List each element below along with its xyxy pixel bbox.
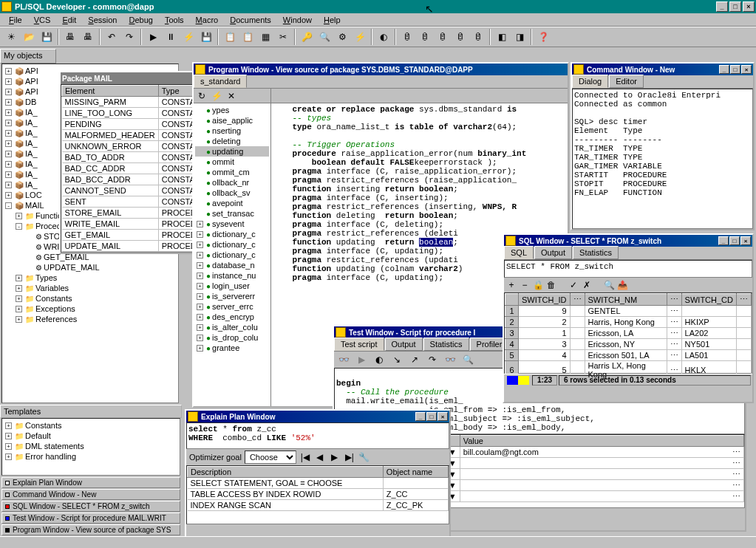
menu-macro[interactable]: Macro — [190, 14, 225, 26]
template-item[interactable]: +📁Default — [4, 431, 178, 441]
tree-item[interactable]: +📁Types — [4, 273, 177, 283]
tab-output[interactable]: Output — [385, 338, 423, 351]
member-item[interactable]: +●database_n — [195, 260, 269, 270]
maximize-icon[interactable]: □ — [730, 65, 740, 74]
member-item[interactable]: ●ommit_cm — [195, 167, 269, 177]
task-button[interactable]: Program Window - View source of package … — [1, 524, 180, 535]
maximize-icon[interactable]: □ — [426, 412, 437, 421]
test-glasses-icon[interactable]: 👓 — [442, 352, 458, 368]
member-item[interactable]: +●is_alter_colu — [195, 322, 269, 332]
help-button[interactable]: ❓ — [535, 29, 551, 45]
p2-button[interactable]: ◨ — [511, 29, 528, 45]
program-member-tree[interactable]: ●ypes●aise_applic●nserting●deleting●upda… — [194, 103, 270, 406]
templates-tree[interactable]: +📁Constants+📁Default+📁DML statements+📁Er… — [1, 418, 180, 476]
tree-bolt-icon[interactable]: ⚡ — [211, 90, 222, 102]
tree-item[interactable]: +📁Variables — [4, 283, 177, 293]
copy-button[interactable]: 📋 — [222, 29, 238, 45]
db4-button[interactable]: 🛢 — [452, 29, 469, 45]
last-icon[interactable]: ▶| — [344, 451, 355, 463]
member-item[interactable]: ●ommit — [195, 157, 269, 167]
sql-plus-icon[interactable]: + — [505, 279, 517, 291]
command-output[interactable]: Connected to Oracle8i Enterpri Connected… — [572, 89, 753, 229]
db2-button[interactable]: 🛢 — [417, 29, 433, 45]
menu-debug[interactable]: Debug — [123, 14, 158, 26]
task-button[interactable]: SQL Window - SELECT * FROM z_switch — [1, 501, 180, 512]
close-icon[interactable]: × — [741, 65, 752, 74]
db3-button[interactable]: 🛢 — [435, 29, 451, 45]
close-icon[interactable]: × — [740, 236, 751, 245]
template-item[interactable]: +📁Constants — [4, 420, 178, 431]
tab-output[interactable]: Output — [534, 246, 572, 259]
task-button[interactable]: Test Window - Script for procedure MAIL.… — [1, 513, 180, 524]
prev-icon[interactable]: ◀ — [314, 451, 326, 463]
minimize-icon[interactable]: _ — [719, 65, 729, 74]
first-icon[interactable]: |◀ — [299, 451, 311, 463]
template-item[interactable]: +📁DML statements — [4, 441, 178, 451]
member-item[interactable]: ●ollback_sv — [195, 188, 269, 198]
bolt-button[interactable]: ⚡ — [352, 29, 368, 45]
member-item[interactable]: +●server_errc — [195, 301, 269, 312]
menu-file[interactable]: File — [3, 14, 28, 26]
tree-item[interactable]: +📁References — [4, 314, 177, 324]
redo-button[interactable]: ↷ — [121, 29, 137, 45]
member-item[interactable]: ●updating — [195, 146, 269, 157]
member-item[interactable]: +●dictionary_c — [195, 229, 269, 239]
template-item[interactable]: +📁Error handling — [4, 451, 178, 462]
sql-minus-icon[interactable]: − — [519, 279, 531, 291]
menu-edit[interactable]: Edit — [56, 14, 82, 26]
minimize-button[interactable]: _ — [716, 1, 728, 12]
test-step-icon[interactable]: ◐ — [371, 352, 387, 368]
close-button[interactable]: × — [743, 1, 755, 12]
find-button[interactable]: 🔍 — [316, 29, 333, 45]
step-button[interactable]: ◐ — [375, 29, 392, 45]
member-item[interactable]: +●dictionary_c — [195, 250, 269, 260]
tree-item[interactable]: +📁Exceptions — [4, 304, 177, 314]
task-button[interactable]: Explain Plan Window — [1, 477, 180, 488]
member-item[interactable]: +●grantee — [195, 343, 269, 353]
tree-refresh-icon[interactable]: ↻ — [196, 90, 208, 102]
tab-test-script[interactable]: Test script — [334, 338, 384, 351]
tab-dialog[interactable]: Dialog — [572, 75, 608, 88]
sql-trash-icon[interactable]: 🗑 — [545, 279, 557, 291]
member-item[interactable]: ●ypes — [195, 105, 269, 115]
member-item[interactable]: ●nserting — [195, 126, 269, 136]
print2-button[interactable]: 🖶 — [80, 29, 96, 45]
commit-button[interactable]: 💾 — [198, 29, 214, 45]
member-item[interactable]: ●ollback_nr — [195, 177, 269, 188]
window-button[interactable]: ▦ — [257, 29, 273, 45]
undo-button[interactable]: ↶ — [103, 29, 120, 45]
tab-statistics[interactable]: Statistics — [423, 338, 469, 351]
key-button[interactable]: 🔑 — [299, 29, 315, 45]
task-button[interactable]: Command Window - New — [1, 489, 180, 500]
sql-result-grid[interactable]: SWITCH_ID⋯SWITCH_NM⋯SWITCH_CD⋯19GENTEL⋯2… — [504, 292, 752, 374]
test-into-icon[interactable]: ↘ — [389, 352, 405, 368]
new-button[interactable]: ☀ — [3, 29, 19, 45]
print-button[interactable]: 🖶 — [62, 29, 78, 45]
maximize-icon[interactable]: □ — [729, 236, 740, 245]
member-item[interactable]: +●instance_nu — [195, 270, 269, 281]
test-over-icon[interactable]: ↷ — [424, 352, 440, 368]
optimizer-goal-select[interactable]: Choose — [245, 451, 296, 464]
program-tab[interactable]: s_standard — [194, 75, 247, 88]
tree-x-icon[interactable]: ✕ — [225, 90, 237, 102]
p1-button[interactable]: ◧ — [494, 29, 510, 45]
execute-button[interactable]: ▶ — [145, 29, 161, 45]
tab-statistics[interactable]: Statistics — [573, 246, 619, 259]
member-item[interactable]: +●dictionary_c — [195, 239, 269, 250]
menu-help[interactable]: Help — [318, 14, 347, 26]
tree-item[interactable]: ⚙UPDATE_MAIL — [4, 262, 177, 273]
menu-window[interactable]: Window — [277, 14, 318, 26]
member-item[interactable]: ●avepoint — [195, 198, 269, 208]
sql-lock-icon[interactable]: 🔒 — [532, 279, 544, 291]
test-out-icon[interactable]: ↗ — [406, 352, 423, 368]
tab-sql[interactable]: SQL — [504, 246, 534, 259]
debug-button[interactable]: ⚡ — [180, 29, 197, 45]
member-item[interactable]: +●is_servererr — [195, 291, 269, 301]
wrench-icon[interactable]: 🔧 — [358, 451, 370, 463]
save-button[interactable]: 💾 — [38, 29, 55, 45]
minimize-icon[interactable]: _ — [415, 412, 426, 421]
sql-x-icon[interactable]: ✗ — [581, 279, 593, 291]
tab-editor[interactable]: Editor — [609, 75, 644, 88]
member-item[interactable]: ●set_transac — [195, 208, 269, 219]
cut-button[interactable]: ✂ — [275, 29, 291, 45]
